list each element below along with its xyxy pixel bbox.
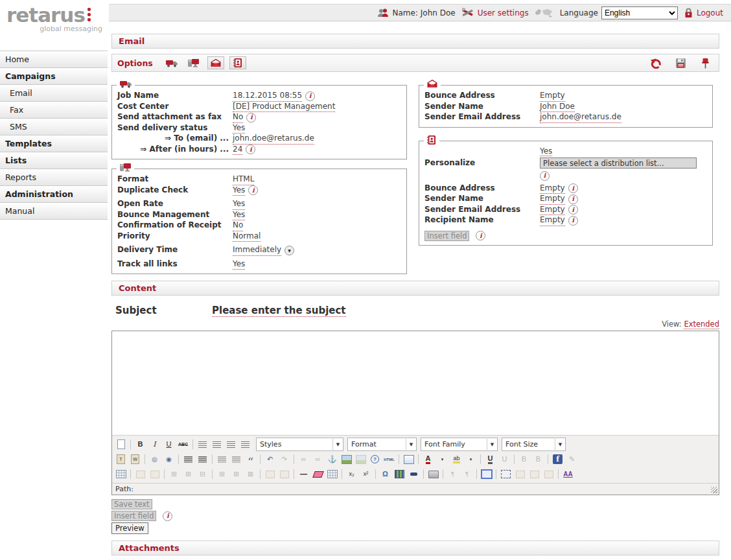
field-value[interactable]: Empty (540, 194, 565, 205)
font-family-select[interactable]: Font Family▼ (421, 438, 498, 451)
facebook-share-button[interactable]: f (551, 453, 564, 465)
insert-field-button[interactable]: Insert field (424, 231, 469, 241)
sidebar-item-templates[interactable]: Templates (0, 135, 108, 152)
field-value[interactable]: Empty (540, 215, 565, 226)
unlink-bold-button[interactable]: B (531, 453, 545, 465)
find-button[interactable]: ◎ (148, 453, 161, 465)
info-icon[interactable]: i (305, 91, 315, 101)
sender-section-button[interactable] (207, 56, 224, 69)
personalize-section-button[interactable] (229, 56, 246, 69)
special-character-button[interactable]: Ω (378, 468, 392, 480)
rtl-button[interactable]: ¶ (460, 468, 474, 480)
highlight-color-menu-button[interactable]: ▾ (464, 453, 478, 465)
sidebar-item-sms[interactable]: SMS (0, 119, 108, 135)
layer-insert-button[interactable] (513, 468, 527, 480)
delete-column-button[interactable]: ⊠ (244, 468, 257, 480)
unlink-button[interactable]: ∞ (311, 453, 325, 465)
sidebar-item-fax[interactable]: Fax (0, 102, 108, 119)
toggle-guidelines-button[interactable] (325, 468, 339, 480)
insert-column-before-button[interactable]: ⊞ (215, 468, 229, 480)
field-value[interactable]: Immediately (233, 245, 281, 256)
field-value[interactable]: No (233, 112, 243, 123)
info-icon[interactable]: i (568, 183, 578, 193)
insert-link-button[interactable]: ∞ (297, 453, 310, 465)
image-map-disabled-button[interactable] (354, 453, 367, 465)
job-options-section-button[interactable] (163, 56, 180, 69)
preview-button[interactable]: Preview (111, 522, 148, 534)
table-edit-button[interactable] (114, 468, 128, 480)
insert-row-after-button[interactable]: ⊞ (181, 468, 195, 480)
delete-row-button[interactable]: ⊟ (196, 468, 209, 480)
info-icon[interactable]: i (246, 145, 255, 154)
print-button[interactable] (426, 468, 440, 480)
subject-value[interactable]: Please enter the subject (212, 305, 346, 317)
new-document-button[interactable] (114, 438, 128, 450)
blockquote-button[interactable]: “ (244, 453, 257, 465)
field-value[interactable]: Yes (233, 259, 245, 270)
align-justify-button[interactable] (238, 438, 252, 450)
paste-as-plain-text-button[interactable]: T (114, 453, 128, 465)
info-icon[interactable]: i (568, 216, 578, 226)
info-icon[interactable]: i (568, 194, 578, 204)
field-value[interactable]: Empty (540, 183, 565, 194)
save-button[interactable] (672, 56, 689, 69)
layer-backward-button[interactable] (528, 468, 541, 480)
field-value[interactable]: HTML (233, 174, 254, 185)
pencil-disabled-button[interactable]: ✎ (565, 453, 579, 465)
sidebar-item-email[interactable]: Email (0, 85, 108, 102)
field-value[interactable]: Yes (233, 210, 245, 221)
field-value[interactable]: Empty (540, 205, 565, 216)
language-select[interactable]: English (601, 6, 678, 19)
align-left-button[interactable] (196, 438, 209, 450)
undo-button[interactable] (647, 56, 664, 69)
field-value[interactable]: 18.12.2015 08:55 (233, 91, 302, 102)
sidebar-item-campaigns[interactable]: Campaigns (0, 68, 108, 85)
remove-formatting-button[interactable] (311, 468, 325, 480)
format-options-section-button[interactable] (185, 56, 202, 69)
field-value[interactable]: john.doe@retarus.de (540, 112, 621, 123)
info-icon[interactable]: i (540, 171, 550, 181)
field-value[interactable]: Empty (540, 91, 565, 102)
sidebar-item-manual[interactable]: Manual (0, 203, 108, 220)
personalize-value[interactable]: Yes (540, 146, 552, 156)
editor-body[interactable] (112, 331, 719, 435)
dropdown-icon[interactable]: ▼ (284, 246, 294, 255)
help-button[interactable]: ? (368, 453, 382, 465)
field-value[interactable]: John Doe (540, 102, 575, 113)
field-value[interactable]: 24 (233, 145, 242, 156)
insert-media-button[interactable] (393, 468, 406, 480)
font-size-select[interactable]: Font Size▼ (502, 438, 566, 451)
info-icon[interactable]: i (568, 205, 578, 215)
link-bold-button[interactable]: B (517, 453, 531, 465)
text-color-button[interactable]: A (421, 453, 435, 465)
insert-image-button[interactable] (340, 453, 353, 465)
sidebar-item-administration[interactable]: Administration (0, 186, 108, 203)
field-value[interactable]: Yes (233, 185, 245, 196)
unlink-underline-button[interactable]: U (498, 453, 511, 465)
info-icon[interactable]: i (163, 511, 172, 521)
redo-button[interactable]: ↷ (277, 453, 291, 465)
resize-handle[interactable] (711, 487, 717, 493)
fullscreen-button[interactable] (480, 468, 493, 480)
user-settings-link[interactable]: User settings (461, 7, 529, 18)
table-cell-properties-button[interactable] (148, 468, 161, 480)
subscript-button[interactable]: x₂ (345, 468, 358, 480)
field-value[interactable]: Normal (233, 231, 261, 242)
outdent-button[interactable] (215, 453, 229, 465)
superscript-button[interactable]: x² (359, 468, 373, 480)
strikethrough-button[interactable]: ABC (176, 438, 190, 450)
save-text-button[interactable]: Save text (111, 499, 152, 509)
indent-button[interactable] (229, 453, 243, 465)
split-cells-button[interactable] (263, 468, 277, 480)
info-icon[interactable]: i (248, 185, 258, 195)
embed-object-button[interactable] (407, 468, 421, 480)
merge-cells-button[interactable] (277, 468, 291, 480)
field-value[interactable]: Yes (233, 123, 245, 134)
field-value[interactable]: No (233, 220, 243, 231)
highlight-color-button[interactable]: ab (450, 453, 463, 465)
pin-button[interactable] (697, 56, 714, 69)
styles-select[interactable]: Styles▼ (256, 438, 343, 451)
field-value[interactable]: john.doe@retarus.de (233, 134, 314, 145)
visual-control-chars-button[interactable] (499, 468, 513, 480)
field-value[interactable]: [DE] Product Management (233, 102, 335, 113)
